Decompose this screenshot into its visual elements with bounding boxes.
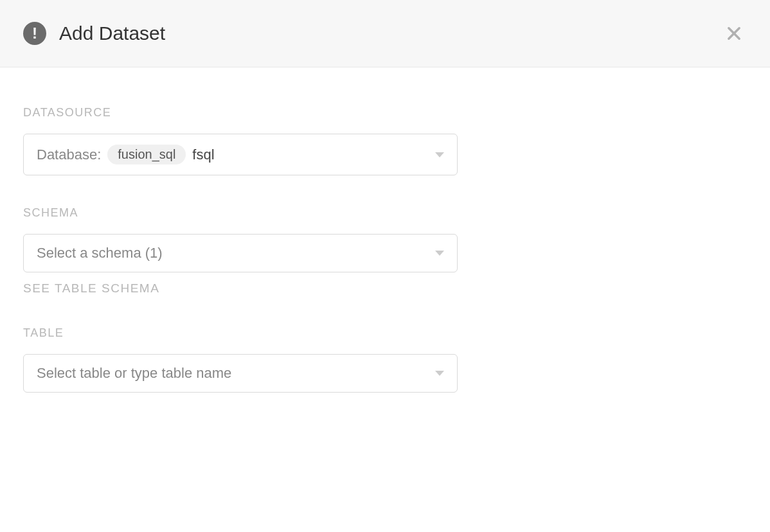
datasource-prefix: Database:	[37, 146, 101, 163]
modal-title: Add Dataset	[59, 22, 165, 44]
table-select[interactable]: Select table or type table name	[23, 354, 458, 393]
datasource-select-content: Database: fusion_sql fsql	[37, 145, 215, 164]
alert-icon: !	[23, 22, 46, 45]
modal-body: DATASOURCE Database: fusion_sql fsql SCH…	[0, 67, 770, 447]
datasource-label: DATASOURCE	[23, 106, 747, 120]
schema-placeholder: Select a schema (1)	[37, 245, 163, 262]
schema-label: SCHEMA	[23, 206, 747, 220]
table-placeholder: Select table or type table name	[37, 365, 231, 382]
alert-icon-glyph: !	[32, 26, 37, 41]
schema-select[interactable]: Select a schema (1)	[23, 234, 458, 272]
schema-section: SCHEMA Select a schema (1) SEE TABLE SCH…	[23, 206, 747, 296]
see-table-schema-link[interactable]: SEE TABLE SCHEMA	[23, 281, 747, 296]
header-left: ! Add Dataset	[23, 22, 165, 45]
datasource-select[interactable]: Database: fusion_sql fsql	[23, 134, 458, 175]
close-icon	[725, 24, 743, 42]
modal-header: ! Add Dataset	[0, 0, 770, 67]
table-section: TABLE Select table or type table name	[23, 326, 747, 393]
datasource-section: DATASOURCE Database: fusion_sql fsql	[23, 106, 747, 175]
datasource-value: fsql	[192, 146, 214, 163]
chevron-down-icon	[435, 371, 444, 376]
chevron-down-icon	[435, 251, 444, 256]
datasource-chip: fusion_sql	[107, 145, 186, 164]
chevron-down-icon	[435, 152, 444, 157]
close-button[interactable]	[721, 21, 747, 46]
table-label: TABLE	[23, 326, 747, 340]
